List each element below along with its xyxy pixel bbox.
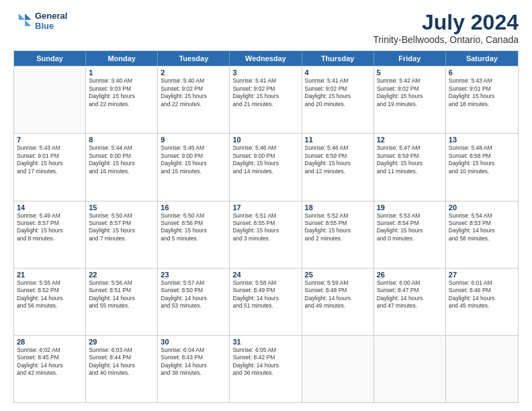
cell-date: 14 (17, 203, 83, 212)
calendar-cell: 1Sunrise: 5:40 AM Sunset: 9:03 PM Daylig… (86, 66, 158, 133)
header: General Blue July 2024 Trinity-Bellwoods… (13, 11, 519, 45)
calendar-cell: 11Sunrise: 5:46 AM Sunset: 8:59 PM Dayli… (302, 134, 374, 200)
calendar-cell: 28Sunrise: 6:02 AM Sunset: 8:45 PM Dayli… (14, 336, 86, 402)
cell-info: Sunrise: 5:48 AM Sunset: 8:58 PM Dayligh… (449, 144, 515, 175)
day-header-monday: Monday (86, 51, 158, 66)
cell-date: 25 (305, 271, 371, 279)
calendar-cell: 2Sunrise: 5:40 AM Sunset: 9:02 PM Daylig… (158, 66, 230, 133)
cell-date: 13 (449, 136, 515, 144)
calendar: SundayMondayTuesdayWednesdayThursdayFrid… (13, 50, 519, 403)
cell-date: 6 (449, 68, 515, 77)
week-row-0: 1Sunrise: 5:40 AM Sunset: 9:03 PM Daylig… (14, 66, 518, 133)
cell-date: 17 (232, 203, 298, 212)
cell-info: Sunrise: 5:44 AM Sunset: 9:00 PM Dayligh… (89, 144, 154, 175)
cell-date: 20 (449, 203, 515, 212)
week-row-2: 14Sunrise: 5:49 AM Sunset: 8:57 PM Dayli… (14, 201, 518, 268)
cell-date: 10 (232, 136, 298, 144)
cell-info: Sunrise: 5:40 AM Sunset: 9:02 PM Dayligh… (161, 77, 226, 108)
cell-date: 4 (305, 68, 371, 77)
title-block: July 2024 Trinity-Bellwoods, Ontario, Ca… (373, 11, 519, 45)
calendar-header: SundayMondayTuesdayWednesdayThursdayFrid… (14, 51, 518, 66)
calendar-cell: 30Sunrise: 6:04 AM Sunset: 8:43 PM Dayli… (158, 336, 230, 402)
cell-info: Sunrise: 5:42 AM Sunset: 9:02 PM Dayligh… (377, 77, 443, 108)
cell-info: Sunrise: 6:03 AM Sunset: 8:44 PM Dayligh… (89, 347, 154, 377)
cell-info: Sunrise: 5:50 AM Sunset: 8:56 PM Dayligh… (161, 212, 226, 243)
day-header-wednesday: Wednesday (230, 51, 302, 66)
calendar-cell: 22Sunrise: 5:56 AM Sunset: 8:51 PM Dayli… (86, 269, 158, 335)
cell-date: 28 (17, 338, 83, 346)
cell-date: 3 (232, 68, 298, 77)
cell-date: 27 (449, 271, 515, 279)
calendar-cell: 8Sunrise: 5:44 AM Sunset: 9:00 PM Daylig… (86, 134, 158, 200)
logo: General Blue (13, 11, 67, 31)
cell-info: Sunrise: 5:41 AM Sunset: 9:02 PM Dayligh… (232, 77, 298, 108)
cell-date: 1 (89, 68, 154, 77)
cell-info: Sunrise: 5:43 AM Sunset: 9:01 PM Dayligh… (17, 144, 83, 175)
cell-date: 11 (305, 136, 371, 144)
week-row-3: 21Sunrise: 5:55 AM Sunset: 8:52 PM Dayli… (14, 268, 518, 335)
week-row-4: 28Sunrise: 6:02 AM Sunset: 8:45 PM Dayli… (14, 335, 518, 402)
calendar-cell: 25Sunrise: 5:59 AM Sunset: 8:48 PM Dayli… (302, 269, 374, 335)
cell-info: Sunrise: 5:56 AM Sunset: 8:51 PM Dayligh… (89, 279, 154, 310)
cell-info: Sunrise: 5:47 AM Sunset: 8:59 PM Dayligh… (377, 144, 443, 175)
calendar-cell: 3Sunrise: 5:41 AM Sunset: 9:02 PM Daylig… (230, 66, 302, 133)
cell-date: 7 (17, 136, 83, 144)
cell-date: 2 (161, 68, 226, 77)
week-row-1: 7Sunrise: 5:43 AM Sunset: 9:01 PM Daylig… (14, 133, 518, 200)
calendar-cell: 29Sunrise: 6:03 AM Sunset: 8:44 PM Dayli… (86, 336, 158, 402)
calendar-cell (374, 336, 446, 402)
cell-date: 9 (161, 136, 226, 144)
calendar-cell: 20Sunrise: 5:54 AM Sunset: 8:53 PM Dayli… (446, 201, 518, 268)
day-header-thursday: Thursday (302, 51, 374, 66)
cell-info: Sunrise: 5:43 AM Sunset: 9:01 PM Dayligh… (449, 77, 515, 108)
cell-info: Sunrise: 6:00 AM Sunset: 8:47 PM Dayligh… (377, 279, 443, 310)
page: General Blue July 2024 Trinity-Bellwoods… (0, 0, 532, 411)
calendar-cell: 18Sunrise: 5:52 AM Sunset: 8:55 PM Dayli… (302, 201, 374, 268)
cell-info: Sunrise: 5:53 AM Sunset: 8:54 PM Dayligh… (377, 212, 443, 243)
cell-date: 23 (161, 271, 226, 279)
cell-info: Sunrise: 5:50 AM Sunset: 8:57 PM Dayligh… (89, 212, 154, 243)
calendar-cell: 7Sunrise: 5:43 AM Sunset: 9:01 PM Daylig… (14, 134, 86, 200)
cell-info: Sunrise: 5:51 AM Sunset: 8:55 PM Dayligh… (232, 212, 298, 243)
calendar-cell (14, 66, 86, 133)
cell-date: 24 (232, 271, 298, 279)
cell-info: Sunrise: 5:45 AM Sunset: 9:00 PM Dayligh… (161, 144, 226, 175)
cell-date: 31 (232, 338, 298, 346)
calendar-cell: 21Sunrise: 5:55 AM Sunset: 8:52 PM Dayli… (14, 269, 86, 335)
cell-info: Sunrise: 6:04 AM Sunset: 8:43 PM Dayligh… (161, 347, 226, 377)
cell-info: Sunrise: 6:05 AM Sunset: 8:42 PM Dayligh… (232, 347, 298, 377)
calendar-cell: 19Sunrise: 5:53 AM Sunset: 8:54 PM Dayli… (374, 201, 446, 268)
calendar-cell: 5Sunrise: 5:42 AM Sunset: 9:02 PM Daylig… (374, 66, 446, 133)
calendar-cell: 31Sunrise: 6:05 AM Sunset: 8:42 PM Dayli… (230, 336, 302, 402)
calendar-body: 1Sunrise: 5:40 AM Sunset: 9:03 PM Daylig… (14, 66, 518, 402)
day-header-tuesday: Tuesday (158, 51, 230, 66)
cell-date: 29 (89, 338, 154, 346)
cell-info: Sunrise: 5:54 AM Sunset: 8:53 PM Dayligh… (449, 212, 515, 243)
day-header-friday: Friday (374, 51, 446, 66)
cell-date: 21 (17, 271, 83, 279)
cell-info: Sunrise: 5:46 AM Sunset: 9:00 PM Dayligh… (232, 144, 298, 175)
cell-info: Sunrise: 6:02 AM Sunset: 8:45 PM Dayligh… (17, 347, 83, 377)
svg-marker-0 (25, 13, 31, 19)
cell-date: 12 (377, 136, 443, 144)
cell-info: Sunrise: 5:58 AM Sunset: 8:49 PM Dayligh… (232, 279, 298, 310)
cell-date: 16 (161, 203, 226, 212)
cell-info: Sunrise: 6:01 AM Sunset: 8:46 PM Dayligh… (449, 279, 515, 310)
calendar-cell: 13Sunrise: 5:48 AM Sunset: 8:58 PM Dayli… (446, 134, 518, 200)
cell-info: Sunrise: 5:41 AM Sunset: 9:02 PM Dayligh… (305, 77, 371, 108)
calendar-cell: 26Sunrise: 6:00 AM Sunset: 8:47 PM Dayli… (374, 269, 446, 335)
cell-date: 30 (161, 338, 226, 346)
cell-date: 22 (89, 271, 154, 279)
cell-date: 15 (89, 203, 154, 212)
calendar-cell: 4Sunrise: 5:41 AM Sunset: 9:02 PM Daylig… (302, 66, 374, 133)
month-title: July 2024 (373, 11, 519, 34)
calendar-cell: 9Sunrise: 5:45 AM Sunset: 9:00 PM Daylig… (158, 134, 230, 200)
cell-info: Sunrise: 5:46 AM Sunset: 8:59 PM Dayligh… (305, 144, 371, 175)
calendar-cell: 27Sunrise: 6:01 AM Sunset: 8:46 PM Dayli… (446, 269, 518, 335)
cell-info: Sunrise: 5:52 AM Sunset: 8:55 PM Dayligh… (305, 212, 371, 243)
location-title: Trinity-Bellwoods, Ontario, Canada (373, 34, 519, 45)
cell-date: 18 (305, 203, 371, 212)
cell-date: 26 (377, 271, 443, 279)
calendar-cell (302, 336, 374, 402)
svg-marker-2 (19, 13, 25, 19)
